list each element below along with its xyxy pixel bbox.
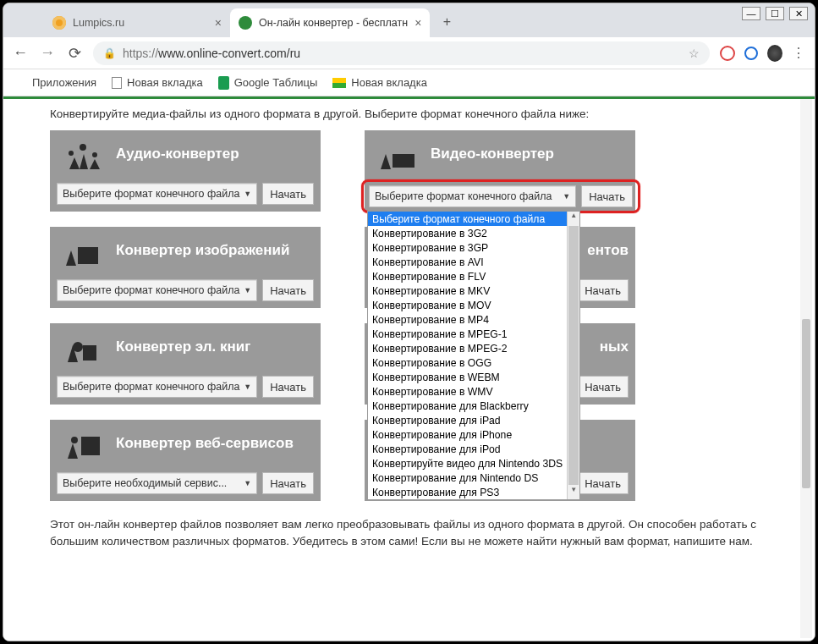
tab-lumpics[interactable]: Lumpics.ru × [44, 8, 230, 37]
tab-title: Он-лайн конвертер - бесплатн [259, 17, 408, 29]
dropdown-option[interactable]: Конвертирование для iPod [368, 442, 567, 456]
dropdown-option[interactable]: Конвертируйте видео для Nintendo 3DS [368, 456, 567, 471]
favicon-icon [239, 16, 252, 30]
format-dropdown-list[interactable]: Выберите формат конечного файлаКонвертир… [367, 211, 580, 500]
dropdown-option[interactable]: Конвертирование в OGG [368, 355, 567, 370]
toolbar-icons: ⋮ [720, 46, 806, 61]
format-select[interactable]: Выберите формат конечного файла▼ [57, 376, 257, 398]
tab-close-icon[interactable]: × [414, 16, 421, 30]
url-input[interactable]: 🔒 https://www.online-convert.com/ru ☆ [93, 41, 710, 65]
favicon-icon [52, 16, 66, 30]
start-button[interactable]: Начать [577, 376, 629, 398]
footer-text: Этот он-лайн конвертер файлов позволяет … [50, 516, 815, 551]
dropdown-option[interactable]: Конвертирование для PS3 [368, 485, 567, 499]
dropdown-option[interactable]: Конвертирование для Blackberry [368, 399, 567, 413]
chevron-down-icon: ▼ [244, 479, 251, 487]
intro-text: Конвертируйте медиа-файлы из одного форм… [50, 107, 815, 120]
back-button[interactable]: ← [12, 44, 29, 62]
format-select-video[interactable]: Выберите формат конечного файла▼ [369, 185, 576, 207]
bookmark-apps[interactable]: Приложения [14, 76, 96, 90]
converter-image: Конвертер изображений Выберите формат ко… [50, 227, 321, 308]
dropdown-option[interactable]: Конвертирование в AVI [368, 255, 567, 269]
bookmark-newtab1[interactable]: Новая вкладка [112, 76, 203, 89]
address-bar: ← → ⟳ 🔒 https://www.online-convert.com/r… [3, 37, 815, 69]
tab-title: Lumpics.ru [73, 17, 208, 29]
chevron-down-icon: ▼ [563, 192, 570, 201]
converter-audio: Аудио-конвертер Выберите формат конечног… [50, 130, 321, 212]
dropdown-option[interactable]: Конвертирование в 3G2 [368, 226, 567, 240]
minimize-button[interactable]: — [742, 7, 760, 20]
star-icon[interactable]: ☆ [689, 47, 700, 60]
video-icon [376, 135, 419, 173]
globe-extension-icon[interactable] [744, 46, 759, 61]
start-button[interactable]: Начать [577, 279, 629, 301]
maximize-button[interactable]: ☐ [766, 7, 784, 20]
format-select[interactable]: Выберите формат конечного файла▼ [57, 279, 257, 301]
dropdown-scrollbar[interactable]: ▲▼ [567, 212, 579, 499]
converter-title: Конвертер веб-сервисов [116, 435, 294, 452]
bookmark-sheets[interactable]: Google Таблицы [218, 76, 318, 90]
dropdown-option[interactable]: Выберите формат конечного файла [368, 212, 567, 226]
start-button[interactable]: Начать [577, 472, 629, 494]
converter-title: Аудио-конвертер [116, 146, 239, 162]
dropdown-option[interactable]: Конвертирование для Nintendo DS [368, 471, 567, 485]
start-button[interactable]: Начать [581, 185, 633, 207]
converter-title: ных [600, 339, 629, 355]
start-button[interactable]: Начать [262, 183, 314, 205]
window-controls: — ☐ ✕ [742, 7, 808, 20]
converter-title: Конвертер изображений [116, 242, 289, 259]
image-icon [332, 78, 346, 88]
dropdown-option[interactable]: Конвертирование для iPad [368, 413, 567, 427]
dropdown-option[interactable]: Конвертирование в FLV [368, 269, 567, 283]
audio-icon [62, 135, 104, 173]
menu-button[interactable]: ⋮ [791, 46, 806, 61]
bookmark-newtab2[interactable]: Новая вкладка [332, 76, 427, 89]
image-converter-icon [62, 232, 104, 269]
forward-button[interactable]: → [39, 44, 56, 62]
dropdown-option[interactable]: Конвертирование в 3GP [368, 240, 567, 255]
start-button[interactable]: Начать [262, 279, 314, 301]
converter-title: ентов [587, 242, 629, 259]
chevron-down-icon: ▼ [244, 190, 251, 198]
page-scrollbar[interactable] [800, 99, 812, 638]
reload-button[interactable]: ⟳ [66, 44, 83, 63]
dropdown-option[interactable]: Конвертирование в WMV [368, 384, 567, 399]
page-viewport: Конвертируйте медиа-файлы из одного форм… [3, 96, 815, 641]
converter-title: Видео-конвертер [431, 146, 554, 162]
apps-icon [14, 76, 27, 90]
dropdown-option[interactable]: Конвертирование в MOV [368, 298, 567, 312]
tab-online-convert[interactable]: Он-лайн конвертер - бесплатн × [230, 8, 430, 37]
dropdown-option[interactable]: Конвертирование в MPEG-2 [368, 341, 567, 355]
chevron-down-icon: ▼ [244, 383, 251, 391]
profile-avatar[interactable] [767, 46, 782, 61]
service-select[interactable]: Выберите необходимый сервис...▼ [57, 472, 257, 494]
bookmarks-bar: Приложения Новая вкладка Google Таблицы … [3, 69, 815, 96]
chevron-down-icon: ▼ [244, 286, 251, 294]
new-tab-button[interactable]: + [435, 10, 458, 34]
dropdown-option[interactable]: Конвертирование в MKV [368, 283, 567, 298]
start-button[interactable]: Начать [262, 376, 314, 398]
url-text: https://www.online-convert.com/ru [123, 47, 300, 60]
converter-title: Конвертер эл. книг [116, 339, 250, 355]
converter-video: Видео-конвертер Выберите формат конечног… [365, 130, 635, 212]
converter-grid: Аудио-конвертер Выберите формат конечног… [50, 130, 815, 501]
highlight-annotation: Выберите формат конечного файла▼ Начать … [361, 179, 640, 213]
converter-webservice: Конвертер веб-сервисов Выберите необходи… [50, 420, 321, 501]
browser-window: — ☐ ✕ Lumpics.ru × Он-лайн конвертер - б… [3, 3, 815, 641]
format-select[interactable]: Выберите формат конечного файла▼ [57, 183, 257, 205]
dropdown-option[interactable]: Конвертирование в WEBM [368, 370, 567, 384]
dropdown-option[interactable]: Конвертирование в MP4 [368, 312, 567, 327]
opera-extension-icon[interactable] [720, 46, 735, 61]
dropdown-option[interactable]: Конвертирование для iPhone [368, 427, 567, 442]
close-button[interactable]: ✕ [789, 7, 808, 20]
lock-icon: 🔒 [103, 47, 116, 59]
doc-icon [112, 77, 122, 89]
ebook-icon [62, 328, 104, 366]
tab-strip: Lumpics.ru × Он-лайн конвертер - бесплат… [3, 3, 815, 37]
webservice-icon [62, 425, 104, 462]
tab-close-icon[interactable]: × [215, 16, 222, 30]
dropdown-option[interactable]: Конвертирование в MPEG-1 [368, 327, 567, 341]
start-button[interactable]: Начать [262, 472, 314, 494]
converter-ebook: Конвертер эл. книг Выберите формат конеч… [50, 323, 321, 405]
sheets-icon [218, 76, 229, 90]
